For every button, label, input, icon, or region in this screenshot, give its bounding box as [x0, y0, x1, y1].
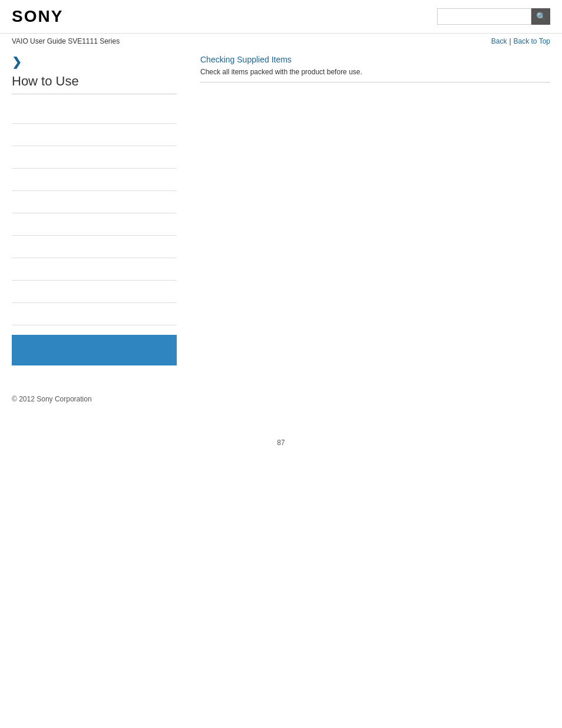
nav-bar: VAIO User Guide SVE1111 Series Back | Ba… — [0, 34, 562, 49]
header: SONY 🔍 — [0, 0, 562, 34]
sidebar: ❯ How to Use — [12, 55, 189, 377]
sidebar-menu-item[interactable] — [12, 101, 177, 124]
search-button[interactable]: 🔍 — [531, 8, 550, 25]
sidebar-menu-item[interactable] — [12, 146, 177, 169]
main-content: ❯ How to Use Checking Supplied Items Che… — [0, 49, 562, 389]
sidebar-menu-item[interactable] — [12, 169, 177, 191]
back-link[interactable]: Back — [491, 37, 507, 45]
sidebar-blue-box — [12, 335, 177, 365]
search-icon: 🔍 — [536, 12, 546, 21]
sidebar-menu-item[interactable] — [12, 281, 177, 303]
nav-links: Back | Back to Top — [491, 37, 550, 45]
content-description: Check all items packed with the product … — [200, 68, 550, 76]
nav-separator: | — [509, 37, 511, 45]
sidebar-menu-item[interactable] — [12, 124, 177, 146]
guide-title: VAIO User Guide SVE1111 Series — [12, 37, 120, 45]
footer: © 2012 Sony Corporation — [0, 389, 562, 415]
back-to-top-link[interactable]: Back to Top — [514, 37, 550, 45]
content-area: Checking Supplied Items Check all items … — [189, 55, 550, 377]
sidebar-menu-item[interactable] — [12, 258, 177, 281]
sony-logo: SONY — [12, 7, 63, 26]
sidebar-menu-item[interactable] — [12, 236, 177, 258]
content-link[interactable]: Checking Supplied Items — [200, 55, 550, 64]
copyright: © 2012 Sony Corporation — [12, 395, 92, 403]
sidebar-menu-item[interactable] — [12, 303, 177, 325]
chevron-icon[interactable]: ❯ — [12, 55, 177, 69]
page-number: 87 — [0, 439, 562, 459]
sidebar-title: How to Use — [12, 74, 177, 94]
search-container: 🔍 — [437, 8, 550, 25]
sidebar-menu-item[interactable] — [12, 191, 177, 213]
sidebar-menu-item[interactable] — [12, 213, 177, 236]
content-divider — [200, 82, 550, 83]
search-input[interactable] — [437, 8, 531, 25]
